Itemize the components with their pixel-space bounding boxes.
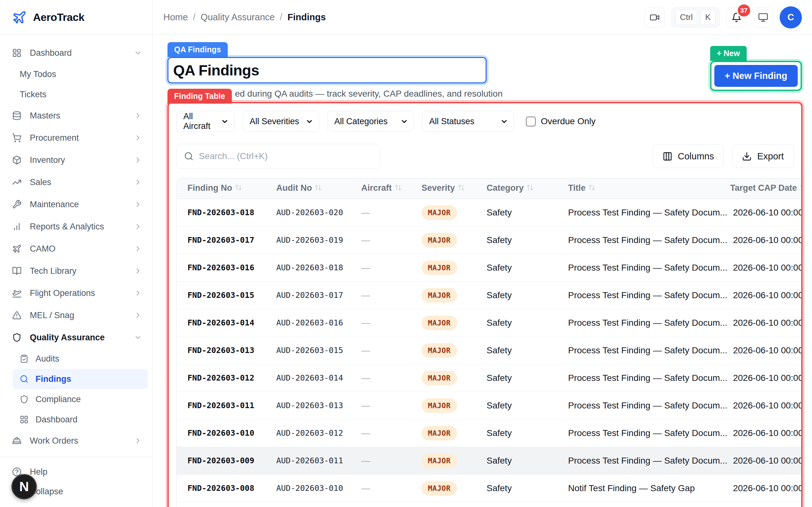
shield-icon bbox=[20, 395, 29, 404]
sidebar-item-findings[interactable]: Findings bbox=[13, 369, 148, 389]
target-cap-date-cell: 2026-06-10 00:00 bbox=[730, 392, 803, 419]
book-open-icon bbox=[12, 266, 21, 276]
package-icon bbox=[12, 155, 21, 165]
columns-button[interactable]: Columns bbox=[653, 145, 724, 168]
aircraft-filter-select[interactable]: All Aircraft bbox=[176, 111, 235, 132]
target-cap-date-cell: 2026-06-10 00:00 bbox=[730, 254, 803, 281]
finding-no-cell: FND-202603-012 bbox=[177, 364, 265, 392]
table-row[interactable]: FND-202603-008AUD-202603-010—MAJORSafety… bbox=[177, 474, 803, 502]
sidebar-item-masters[interactable]: Masters bbox=[0, 105, 152, 127]
column-header-title[interactable]: Title bbox=[557, 178, 730, 199]
category-filter-select[interactable]: All Categories bbox=[327, 111, 414, 132]
table-row[interactable]: FND-202603-010AUD-202603-012—MAJORSafety… bbox=[177, 419, 803, 447]
sidebar-item-work-orders[interactable]: Work Orders bbox=[0, 430, 152, 452]
breadcrumb-home[interactable]: Home bbox=[163, 12, 188, 22]
sidebar-item-reports-analytics[interactable]: Reports & Analytics bbox=[0, 216, 152, 238]
sidebar-item-label: Flight Operations bbox=[30, 288, 95, 298]
table-search[interactable] bbox=[176, 144, 380, 169]
breadcrumb-quality-assurance[interactable]: Quality Assurance bbox=[200, 12, 275, 22]
command-palette-button[interactable]: Ctrl K bbox=[671, 7, 720, 27]
dev-mode-badge[interactable]: N bbox=[11, 474, 37, 499]
severity-cell: MAJOR bbox=[411, 226, 476, 254]
column-header-severity[interactable]: Severity bbox=[411, 178, 476, 199]
table-row[interactable]: FND-202603-014AUD-202603-016—MAJORSafety… bbox=[177, 309, 803, 337]
annotation-box-new-finding: + New Finding bbox=[710, 61, 802, 91]
sidebar-item-inventory[interactable]: Inventory bbox=[0, 149, 152, 171]
video-camera-icon bbox=[650, 12, 660, 22]
new-finding-button[interactable]: + New Finding bbox=[714, 65, 798, 87]
column-header-category[interactable]: Category bbox=[476, 178, 557, 199]
app-logo[interactable]: AeroTrack bbox=[0, 0, 152, 35]
layout-grid-icon bbox=[20, 415, 29, 424]
column-header-target-cap-date[interactable]: Target CAP Date bbox=[730, 178, 803, 199]
table-row[interactable]: FND-202603-013AUD-202603-015—MAJORSafety… bbox=[177, 337, 803, 364]
table-row[interactable]: FND-202603-011AUD-202603-013—MAJORSafety… bbox=[177, 392, 803, 419]
sidebar-item-tech-library[interactable]: Tech Library bbox=[0, 260, 152, 282]
user-avatar[interactable]: C bbox=[780, 6, 802, 29]
search-icon bbox=[20, 375, 29, 383]
table-row[interactable]: FND-202603-016AUD-202603-018—MAJORSafety… bbox=[177, 254, 803, 281]
sidebar-item-tickets[interactable]: Tickets bbox=[0, 84, 152, 105]
display-mode-button[interactable] bbox=[753, 7, 773, 27]
sidebar-nav: DashboardMy TodosTicketsMastersProcureme… bbox=[0, 35, 152, 452]
sidebar-item-procurement[interactable]: Procurement bbox=[0, 127, 152, 149]
sidebar-item-sales[interactable]: Sales bbox=[0, 171, 152, 193]
shopping-cart-icon bbox=[12, 133, 21, 143]
audit-no-cell: AUD-202603-019 bbox=[265, 226, 351, 254]
kbd-ctrl: Ctrl bbox=[676, 9, 697, 25]
sidebar-item-dashboard[interactable]: Dashboard bbox=[0, 409, 152, 430]
screen-record-button[interactable] bbox=[645, 7, 665, 27]
sidebar-item-flight-operations[interactable]: Flight Operations bbox=[0, 282, 152, 304]
overdue-only-toggle[interactable]: Overdue Only bbox=[526, 116, 596, 126]
search-input[interactable] bbox=[199, 151, 373, 161]
sidebar-item-label: Procurement bbox=[30, 133, 79, 143]
audit-no-cell: AUD-202603-015 bbox=[265, 337, 351, 364]
sidebar-item-my-todos[interactable]: My Todos bbox=[0, 64, 152, 84]
sidebar-item-mel-snag[interactable]: MEL / Snag bbox=[0, 304, 152, 326]
category-cell: Safety bbox=[476, 502, 557, 507]
chevron-right-icon bbox=[134, 267, 142, 275]
category-cell: Safety bbox=[476, 447, 557, 474]
table-row[interactable]: FND-202603-012AUD-202603-014—MAJORSafety… bbox=[177, 364, 803, 392]
sidebar-item-label: Reports & Analytics bbox=[30, 222, 104, 232]
sidebar-item-label: CAMO bbox=[30, 244, 55, 254]
aircraft-cell: — bbox=[351, 337, 411, 364]
table-row[interactable]: FND-202603-015AUD-202603-017—MAJORSafety… bbox=[177, 281, 803, 309]
table-row[interactable]: FND-202603-009AUD-202603-011—MAJORSafety… bbox=[177, 447, 803, 474]
severity-cell: MAJOR bbox=[411, 199, 476, 226]
audit-no-cell: AUD-202603-018 bbox=[265, 254, 351, 281]
finding-no-cell: FND-202603-011 bbox=[177, 392, 265, 419]
overdue-only-checkbox[interactable] bbox=[526, 117, 536, 126]
sidebar-item-camo[interactable]: CAMO bbox=[0, 238, 152, 260]
status-filter-select[interactable]: All Statuses bbox=[422, 111, 514, 132]
alert-triangle-icon bbox=[12, 311, 21, 320]
column-header-finding-no[interactable]: Finding No bbox=[177, 178, 265, 199]
column-header-label: Aircraft bbox=[361, 183, 392, 193]
sidebar-item-audits[interactable]: Audits bbox=[0, 349, 152, 369]
column-header-aircraft[interactable]: Aircraft bbox=[351, 178, 411, 199]
column-header-audit-no[interactable]: Audit No bbox=[265, 178, 351, 199]
chevron-right-icon bbox=[134, 134, 142, 142]
notifications-button[interactable]: 37 bbox=[726, 7, 747, 27]
filter-bar: All Aircraft All Severities All Categori… bbox=[176, 111, 794, 132]
category-cell: Safety bbox=[476, 419, 557, 447]
sidebar-item-compliance[interactable]: Compliance bbox=[0, 389, 152, 409]
avatar-initial: C bbox=[788, 12, 794, 22]
page-title: QA Findings bbox=[173, 61, 481, 79]
severity-filter-select[interactable]: All Severities bbox=[243, 111, 319, 132]
export-button[interactable]: Export bbox=[732, 145, 794, 168]
table-row[interactable]: FND-202603-018AUD-202603-020—MAJORSafety… bbox=[177, 199, 803, 226]
table-row[interactable]: FND-202603-007AUD-202603-009—MAJORSafety… bbox=[177, 502, 803, 507]
chevron-down-icon bbox=[400, 118, 408, 125]
chevron-down-icon bbox=[134, 333, 142, 342]
sidebar-item-quality-assurance[interactable]: Quality Assurance bbox=[0, 326, 152, 349]
sidebar-item-dashboard[interactable]: Dashboard bbox=[0, 42, 152, 64]
sidebar-item-maintenance[interactable]: Maintenance bbox=[0, 193, 152, 216]
chevron-down-icon bbox=[305, 118, 313, 125]
column-header-label: Audit No bbox=[276, 183, 312, 193]
topbar-actions: Ctrl K 37 C bbox=[645, 6, 802, 29]
table-row[interactable]: FND-202603-017AUD-202603-019—MAJORSafety… bbox=[177, 226, 803, 254]
target-cap-date-cell: 2026-06-10 00:00 bbox=[730, 364, 803, 392]
wrench-icon bbox=[12, 200, 21, 209]
audit-no-cell: AUD-202603-014 bbox=[265, 364, 351, 392]
